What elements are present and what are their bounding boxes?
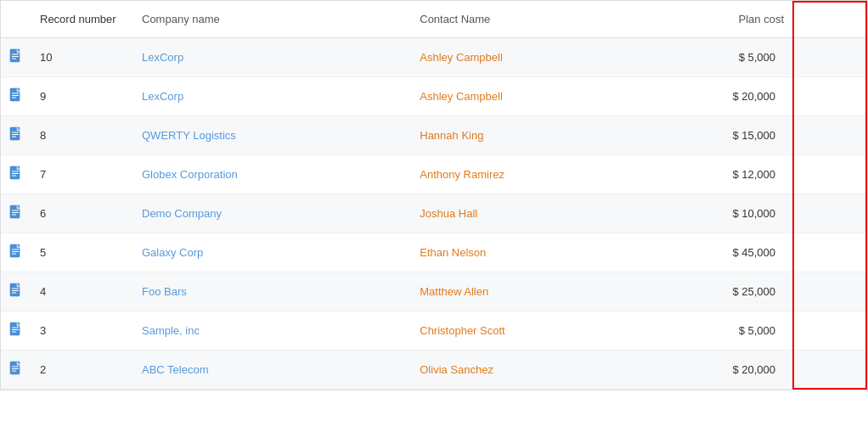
- table-row: 8QWERTY LogisticsHannah King$ 15,000: [1, 116, 867, 155]
- company-name-cell: LexCorp: [133, 77, 411, 116]
- company-name-cell: ABC Telecom: [133, 351, 411, 390]
- plan-cost-cell: $ 5,000: [623, 38, 792, 77]
- plan-cost-cell: $ 25,000: [623, 272, 792, 311]
- record-number-cell: 7: [31, 155, 133, 194]
- table-row: 9LexCorpAshley Campbell$ 20,000: [1, 77, 867, 116]
- plan-cost-cell: $ 12,000: [623, 155, 792, 194]
- extra-col-cell: [792, 351, 867, 390]
- contact-name-cell: Matthew Allen: [411, 272, 623, 311]
- extra-col-cell: [792, 194, 867, 233]
- contact-link[interactable]: Anthony Ramirez: [420, 168, 504, 181]
- contact-link[interactable]: Ashley Campbell: [420, 90, 503, 103]
- table-row: 7Globex CorporationAnthony Ramirez$ 12,0…: [1, 155, 867, 194]
- plan-cost-cell: $ 20,000: [623, 351, 792, 390]
- contact-name-cell: Anthony Ramirez: [411, 155, 623, 194]
- contact-name-cell: Olivia Sanchez: [411, 351, 623, 390]
- row-icon-cell: [1, 194, 31, 233]
- table-row: 3Sample, incChristopher Scott$ 5,000: [1, 311, 867, 351]
- company-link[interactable]: Foo Bars: [142, 285, 187, 298]
- extra-col-cell: [792, 116, 867, 155]
- record-number-cell: 6: [31, 194, 133, 233]
- company-name-cell: Foo Bars: [133, 272, 411, 311]
- extra-col-cell: [792, 272, 867, 311]
- contact-name-cell: Hannah King: [411, 116, 623, 155]
- company-name-cell: Globex Corporation: [133, 155, 411, 194]
- table-row: 5Galaxy CorpEthan Nelson$ 45,000: [1, 233, 867, 272]
- row-icon-cell: [1, 351, 31, 390]
- contact-link[interactable]: Ashley Campbell: [420, 51, 503, 64]
- record-number-cell: 9: [31, 77, 133, 116]
- record-number-cell: 3: [31, 311, 133, 351]
- company-link[interactable]: LexCorp: [142, 90, 183, 103]
- record-number-cell: 4: [31, 272, 133, 311]
- document-icon: [9, 93, 23, 105]
- company-link[interactable]: QWERTY Logistics: [142, 129, 236, 142]
- main-table-container: Record number Company name Contact Name …: [0, 0, 868, 390]
- records-table: Record number Company name Contact Name …: [1, 1, 867, 390]
- document-icon: [9, 132, 23, 144]
- document-icon: [9, 249, 23, 261]
- header-plan-cost: Plan cost: [623, 1, 792, 38]
- document-icon: [9, 327, 23, 339]
- company-link[interactable]: Globex Corporation: [142, 168, 238, 181]
- plan-cost-cell: $ 45,000: [623, 233, 792, 272]
- record-number-cell: 10: [31, 38, 133, 77]
- document-icon: [9, 210, 23, 222]
- header-company-name: Company name: [133, 1, 411, 38]
- row-icon-cell: [1, 311, 31, 351]
- company-link[interactable]: ABC Telecom: [142, 363, 209, 376]
- row-icon-cell: [1, 155, 31, 194]
- table-row: 4Foo BarsMatthew Allen$ 25,000: [1, 272, 867, 311]
- contact-link[interactable]: Ethan Nelson: [420, 246, 486, 259]
- plan-cost-cell: $ 10,000: [623, 194, 792, 233]
- company-link[interactable]: LexCorp: [142, 51, 183, 64]
- contact-link[interactable]: Joshua Hall: [420, 207, 477, 220]
- extra-col-cell: [792, 233, 867, 272]
- contact-link[interactable]: Olivia Sanchez: [420, 363, 493, 376]
- document-icon: [9, 171, 23, 183]
- record-number-cell: 2: [31, 351, 133, 390]
- contact-link[interactable]: Hannah King: [420, 129, 483, 142]
- company-name-cell: Demo Company: [133, 194, 411, 233]
- extra-col-cell: [792, 38, 867, 77]
- extra-col-cell: [792, 311, 867, 351]
- contact-name-cell: Ethan Nelson: [411, 233, 623, 272]
- contact-link[interactable]: Matthew Allen: [420, 285, 488, 298]
- contact-name-cell: Joshua Hall: [411, 194, 623, 233]
- plan-cost-cell: $ 5,000: [623, 311, 792, 351]
- table-header-row: Record number Company name Contact Name …: [1, 1, 867, 38]
- document-icon: [9, 288, 23, 300]
- document-icon: [9, 53, 23, 66]
- extra-col-cell: [792, 77, 867, 116]
- contact-name-cell: Ashley Campbell: [411, 38, 623, 77]
- row-icon-cell: [1, 77, 31, 116]
- company-link[interactable]: Galaxy Corp: [142, 246, 203, 259]
- contact-name-cell: Ashley Campbell: [411, 77, 623, 116]
- header-icon-col: [1, 1, 31, 38]
- table-row: 10LexCorpAshley Campbell$ 5,000: [1, 38, 867, 77]
- record-number-cell: 8: [31, 116, 133, 155]
- row-icon-cell: [1, 38, 31, 77]
- table-row: 6Demo CompanyJoshua Hall$ 10,000: [1, 194, 867, 233]
- row-icon-cell: [1, 116, 31, 155]
- company-name-cell: Sample, inc: [133, 311, 411, 351]
- contact-link[interactable]: Christopher Scott: [420, 324, 504, 337]
- plan-cost-cell: $ 20,000: [623, 77, 792, 116]
- extra-col-cell: [792, 155, 867, 194]
- company-name-cell: LexCorp: [133, 38, 411, 77]
- row-icon-cell: [1, 233, 31, 272]
- header-extra-col: [792, 1, 867, 38]
- document-icon: [9, 366, 23, 379]
- header-record-number: Record number: [31, 1, 133, 38]
- company-name-cell: Galaxy Corp: [133, 233, 411, 272]
- plan-cost-cell: $ 15,000: [623, 116, 792, 155]
- record-number-cell: 5: [31, 233, 133, 272]
- company-name-cell: QWERTY Logistics: [133, 116, 411, 155]
- table-row: 2ABC TelecomOlivia Sanchez$ 20,000: [1, 351, 867, 390]
- company-link[interactable]: Sample, inc: [142, 324, 200, 337]
- row-icon-cell: [1, 272, 31, 311]
- company-link[interactable]: Demo Company: [142, 207, 222, 220]
- contact-name-cell: Christopher Scott: [411, 311, 623, 351]
- header-contact-name: Contact Name: [411, 1, 623, 38]
